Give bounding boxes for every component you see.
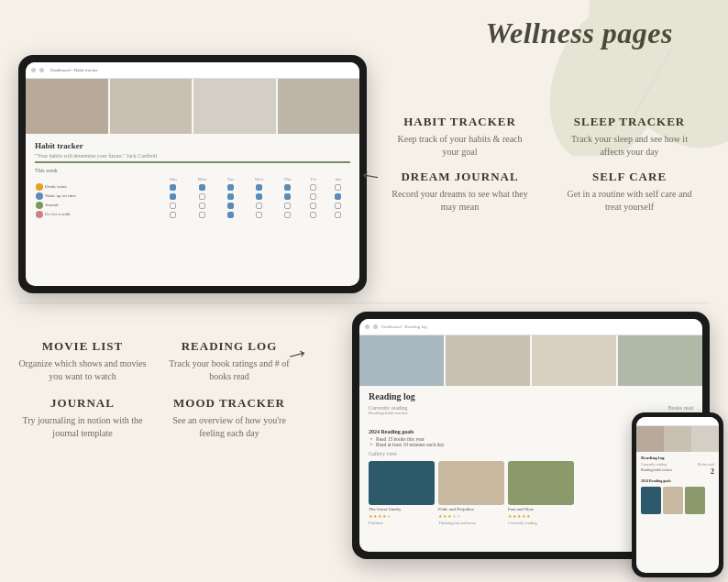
feature-dream-journal: DREAM JOURNAL Record your dreams to see … [389,170,531,214]
topbar-text: Dashboard / Habit tracker [50,68,98,72]
rl-header-images [359,335,702,386]
check-1-2 [217,192,244,201]
habit-row-3: Go for a walk [35,210,350,219]
habit-label-3: Go for a walk [35,210,160,219]
check-1-5 [302,192,326,201]
reading-log-title: Reading log [369,391,693,401]
features-wellness: HABIT TRACKER Keep track of your habits … [389,115,700,214]
feature-journal: JOURNAL Try journaling in notion with th… [18,396,147,440]
tab-dot-2 [39,68,44,72]
phone-img-2 [664,426,691,452]
journal-desc: Try journaling in notion with the journa… [18,414,147,440]
col-thu: Thu [274,176,302,182]
phone-topbar [636,417,719,426]
header-img-2 [110,79,193,134]
page-title: Wellness pages [485,16,673,50]
journal-heading: JOURNAL [18,396,147,411]
rl-img-2 [446,335,530,386]
check-2-1 [186,201,217,210]
check-1-4 [274,192,302,201]
book-cover-gatsby [369,461,435,505]
habit-label-1: Wake up on time [35,192,160,201]
tablet-habit-tracker: Dashboard / Habit tracker Habit tracker … [18,55,367,293]
check-3-1 [186,210,217,219]
sleep-tracker-desc: Track your sleep and see how it affects … [558,133,700,159]
feature-mood-tracker: MOOD TRACKER See an overview of how you'… [165,396,293,440]
reading-tracker-label: Reading habit tracker [369,411,408,415]
check-0-2 [217,182,244,192]
check-2-2 [217,201,244,210]
book-card-3: Fast and Slow ★★★★★ Currently reading [508,461,574,525]
feature-reading-log: READING LOG Track your book ratings and … [165,339,293,383]
habit-label-2: Journal [35,201,160,210]
dream-journal-desc: Record your dreams to see what they may … [389,188,531,214]
col-tue: Tue [217,176,244,182]
tab-dot-r1 [365,324,370,329]
check-2-3 [244,201,274,210]
habit-label-0: Drink water [35,182,160,192]
movie-list-heading: MOVIE LIST [18,339,147,354]
check-0-1 [186,182,217,192]
habit-row-0: Drink water [35,182,350,192]
book-title-2: Pride and Prejudice [438,507,504,511]
self-care-desc: Get in a routine with self care and trea… [558,188,700,214]
book-card-2: Pride and Prejudice ★★★★★ Thinking but a… [438,461,504,525]
arrow-habit: ← [355,159,385,192]
check-3-4 [274,210,302,219]
check-2-6 [325,201,350,210]
reading-log-topbar: Dashboard / Reading log [359,319,702,335]
check-2-4 [274,201,302,210]
col-wed: Wed [244,176,274,182]
header-images [26,79,359,134]
check-0-0 [160,182,186,192]
header-img-3 [193,79,276,134]
check-3-5 [302,210,326,219]
phone-book-1 [641,487,661,514]
habit-row-1: Wake up on time [35,192,350,201]
book-card-1: The Great Gatsby ★★★★★ Finished [369,461,435,525]
reading-log-heading: READING LOG [165,339,293,354]
feature-self-care: SELF CARE Get in a routine with self car… [558,170,700,214]
check-2-0 [160,201,186,210]
book-cover-pride [438,461,504,505]
section-divider [18,302,710,303]
check-3-2 [217,210,244,219]
col-sat: Sat [325,176,350,182]
habit-tracker-content: Habit tracker "Your habits will determin… [26,134,359,286]
book-status-1: Finished [369,521,435,525]
habit-tracker-desc: Keep track of your habits & reach your g… [389,133,531,159]
habit-table: Sun Mon Tue Wed Thu Fri Sat Drink waterW… [35,176,350,219]
phone-book-3 [685,487,705,514]
col-fri: Fri [302,176,326,182]
check-1-3 [244,192,274,201]
week-label: This week [35,168,350,173]
phone-book-2 [663,487,683,514]
phone-screen: Reading log Currently reading Books read… [636,417,719,573]
check-1-1 [186,192,217,201]
phone-books [641,487,714,514]
rl-topbar-text: Dashboard / Reading log [381,324,427,329]
habit-row-2: Journal [35,201,350,210]
features-lifestyle: MOVIE LIST Organize which shows and movi… [18,339,293,440]
tab-dot-r2 [373,324,378,329]
col-mon: Mon [186,176,217,182]
col-sun: Sun [160,176,186,182]
sleep-tracker-heading: SLEEP TRACKER [558,115,700,129]
check-3-3 [244,210,274,219]
tab-dot-1 [31,68,36,72]
phone-reading-log: Reading log Currently reading Books read… [632,412,723,577]
phone-content: Reading log Currently reading Books read… [636,452,719,518]
book-status-3: Currently reading [508,521,574,525]
book-title-3: Fast and Slow [508,507,574,511]
check-0-4 [274,182,302,192]
check-1-6 [325,192,350,201]
check-0-5 [302,182,326,192]
feature-habit-tracker: HABIT TRACKER Keep track of your habits … [389,115,531,159]
phone-reading-title: Reading log [641,456,714,460]
check-3-6 [325,210,350,219]
rl-img-3 [532,335,616,386]
rl-img-4 [618,335,702,386]
dream-journal-heading: DREAM JOURNAL [389,170,531,184]
book-cover-fast [508,461,574,505]
movie-list-desc: Organize which shows and movies you want… [18,357,147,383]
